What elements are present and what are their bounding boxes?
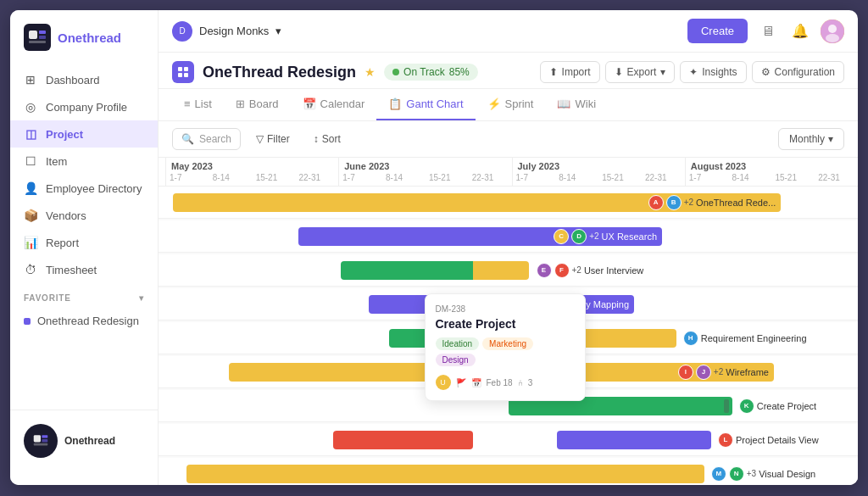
gantt-icon: 📋 xyxy=(388,98,402,110)
avatar: H xyxy=(683,331,698,346)
sidebar-item-employee-directory[interactable]: 👤 Employee Directory xyxy=(10,175,158,202)
star-icon[interactable]: ★ xyxy=(364,65,376,79)
tab-list[interactable]: ≡ List xyxy=(172,89,224,120)
chevron-down-icon: ▾ xyxy=(275,25,281,37)
monitor-button[interactable]: 🖥 xyxy=(756,20,780,43)
insights-button[interactable]: ✦ Insights xyxy=(680,61,746,83)
import-icon: ⬆ xyxy=(549,66,558,78)
sidebar-item-report[interactable]: 📊 Report xyxy=(10,229,158,256)
tab-gantt[interactable]: 📋 Gantt Chart xyxy=(376,89,475,120)
user-avatar[interactable] xyxy=(821,20,844,43)
header-actions: Create 🖥 🔔 xyxy=(687,19,844,43)
company-icon: ◎ xyxy=(24,100,37,114)
tooltip-id: DM-238 xyxy=(436,304,575,314)
bar-label: Visual Design xyxy=(759,469,815,479)
bar-count: +2 xyxy=(589,231,598,241)
bar-count: +3 xyxy=(747,469,756,478)
configuration-button[interactable]: ⚙ Configuration xyxy=(752,61,844,83)
svg-rect-14 xyxy=(178,73,182,77)
sidebar-item-timesheet[interactable]: ⏱ Timesheet xyxy=(10,256,158,283)
tooltip-avatar: U xyxy=(436,375,451,390)
gantt-row-2: C D +2 UX Research xyxy=(159,220,858,253)
sidebar-label: Vendors xyxy=(46,209,86,222)
bar-label: Requirement Engineering xyxy=(701,333,807,343)
calendar-icon: 📅 xyxy=(303,98,316,110)
tooltip-footer: U 🚩 📅 Feb 18 ⑃ 3 xyxy=(436,375,575,390)
bar-label: Create Project xyxy=(757,401,816,411)
avatar: L xyxy=(718,432,733,448)
tooltip-tags: Ideation Marketing Design xyxy=(436,337,575,366)
sidebar-item-item[interactable]: ☐ Item xyxy=(10,148,158,175)
gantt-bar-red xyxy=(333,431,473,449)
tab-wiki[interactable]: 📖 Wiki xyxy=(545,89,608,120)
main-content: D Design Monks ▾ Create 🖥 🔔 xyxy=(159,10,858,485)
month-august: August 2023 1-7 8-14 15-21 22-31 xyxy=(685,158,858,186)
bar-label: OneThread Rede... xyxy=(696,198,776,208)
sidebar-label: Report xyxy=(46,237,79,249)
bar-marker xyxy=(724,399,729,413)
bottom-logo-text: Onethread xyxy=(64,435,115,447)
month-may: May 2023 1-7 8-14 15-21 22-31 xyxy=(165,158,338,186)
sidebar-nav: ⊞ Dashboard ◎ Company Profile ◫ Project … xyxy=(10,66,158,410)
avatar: I xyxy=(678,365,693,380)
tab-board[interactable]: ⊞ Board xyxy=(224,89,291,120)
svg-rect-3 xyxy=(39,36,46,39)
workspace-name: Design Monks xyxy=(199,25,269,37)
svg-rect-2 xyxy=(39,31,46,34)
avatar: J xyxy=(696,365,711,380)
board-icon: ⊞ xyxy=(236,98,245,110)
bar-info: K Create Project xyxy=(739,398,816,414)
bar-label: Project Details View xyxy=(736,435,819,445)
logo-icon xyxy=(24,24,51,51)
favorite-dot xyxy=(24,318,31,325)
bar-info: L Project Details View xyxy=(718,432,819,448)
sprint-icon: ⚡ xyxy=(487,98,501,110)
svg-rect-5 xyxy=(34,435,41,442)
tab-sprint[interactable]: ⚡ Sprint xyxy=(476,89,546,120)
avatar: K xyxy=(739,398,754,414)
sidebar-item-project[interactable]: ◫ Project xyxy=(10,120,158,148)
svg-rect-6 xyxy=(42,435,47,437)
sidebar-label: Timesheet xyxy=(46,264,97,276)
bar-count: +2 xyxy=(572,265,581,275)
sidebar-item-onethread-redesign[interactable]: Onethread Redesign xyxy=(10,308,158,334)
avatar: N xyxy=(729,466,744,482)
status-text: On Track xyxy=(403,66,445,78)
gantt-bar xyxy=(186,465,704,483)
avatar: B xyxy=(666,195,682,210)
tab-calendar[interactable]: 📅 Calendar xyxy=(291,89,377,120)
filter-button[interactable]: ▽ Filter xyxy=(248,129,298,149)
view-toggle-button[interactable]: Monthly ▾ xyxy=(778,128,844,150)
bottom-logo xyxy=(24,424,58,458)
svg-rect-1 xyxy=(29,31,37,39)
progress-text: 85% xyxy=(449,66,470,78)
export-button[interactable]: ⬇ Export ▾ xyxy=(605,61,676,83)
bar-count: +2 xyxy=(684,198,693,207)
svg-rect-12 xyxy=(178,67,182,71)
bar-info: E F +2 User Interview xyxy=(537,263,644,278)
bar-info: M N +3 Visual Design xyxy=(711,466,815,482)
sidebar-item-dashboard[interactable]: ⊞ Dashboard xyxy=(10,66,158,93)
import-button[interactable]: ⬆ Import xyxy=(540,61,600,83)
employee-icon: 👤 xyxy=(24,181,37,195)
sidebar-label: Employee Directory xyxy=(46,182,142,195)
configuration-icon: ⚙ xyxy=(761,66,771,78)
sidebar-item-vendors[interactable]: 📦 Vendors xyxy=(10,202,158,229)
calendar-mini-icon: 🚩 xyxy=(456,378,466,387)
gantt-timeline-header: May 2023 1-7 8-14 15-21 22-31 June 2023 … xyxy=(159,158,858,187)
sidebar-label: Dashboard xyxy=(46,74,100,86)
sidebar-item-company-profile[interactable]: ◎ Company Profile xyxy=(10,93,158,120)
task-tooltip: DM-238 Create Project Ideation Marketing… xyxy=(425,293,586,401)
search-box[interactable]: 🔍 Search xyxy=(172,128,241,150)
tag-ideation: Ideation xyxy=(436,337,480,350)
avatar: D xyxy=(571,229,587,244)
branch-icon: ⑃ xyxy=(518,378,523,387)
workspace-selector[interactable]: D Design Monks ▾ xyxy=(172,21,281,42)
svg-rect-13 xyxy=(184,67,188,71)
toolbar: 🔍 Search ▽ Filter ↕ Sort Monthly ▾ xyxy=(159,121,858,158)
create-button[interactable]: Create xyxy=(687,19,748,43)
sort-button[interactable]: ↕ Sort xyxy=(305,129,349,149)
bar-label: UX Research xyxy=(602,231,657,242)
bell-button[interactable]: 🔔 xyxy=(788,20,812,43)
project-name: OneThread Redesign xyxy=(203,64,356,81)
